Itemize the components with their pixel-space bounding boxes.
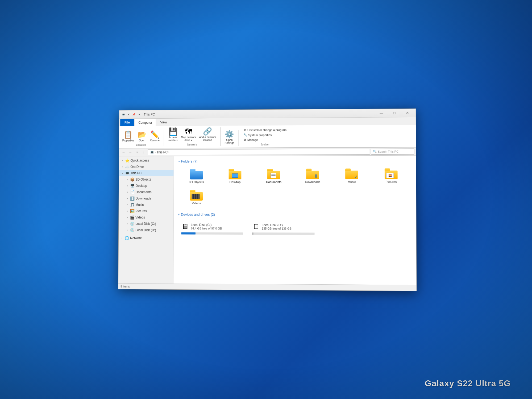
status-text: 9 items	[120, 285, 130, 288]
this-pc-label: This PC	[130, 171, 142, 175]
crumb-icon: 💻	[150, 150, 154, 154]
back-button[interactable]: ←	[121, 149, 127, 155]
ribbon-rename-button[interactable]: ✏️ Rename	[149, 130, 161, 142]
ribbon-group-system: 🖥 Uninstall or change a program 🔧 System…	[242, 128, 291, 146]
tab-computer[interactable]: Computer	[135, 119, 156, 126]
sidebar-item-music[interactable]: › 🎵 Music	[119, 202, 174, 208]
drive-item-d[interactable]: 🖥 Local Disk (D:) 135 GB free of 135 GB	[249, 220, 318, 237]
open-icon: 📂	[138, 131, 147, 139]
3d-objects-icon: 📦	[130, 177, 135, 182]
drive-d-name: Local Disk (D:)	[262, 223, 315, 227]
quick-access-arrow: ›	[121, 159, 124, 162]
disk-c-icon: 💿	[130, 222, 134, 226]
drive-c-icon: 🖥	[181, 222, 189, 231]
search-box[interactable]: 🔍 Search This PC	[371, 148, 414, 155]
recent-locations-button[interactable]: ▾	[134, 149, 140, 155]
maximize-button[interactable]: □	[388, 110, 401, 116]
uninstall-icon: 🖥	[243, 128, 246, 132]
sidebar: › ⭐ Quick access › ☁️ OneDrive ∨ 💻 This …	[118, 156, 174, 284]
system-props-label: System properties	[248, 133, 272, 136]
properties-label: Properties	[122, 139, 134, 142]
sidebar-item-desktop[interactable]: › 🖥️ Desktop	[119, 182, 174, 189]
ribbon-group-network: 💾 Accessmedia ▾ 🗺 Map networkdrive ▾ 🔗 A…	[167, 127, 221, 146]
sidebar-item-videos[interactable]: › 🎬 Videos	[119, 214, 173, 221]
ribbon-properties-button[interactable]: 📋 Properties	[121, 131, 135, 143]
sidebar-item-quick-access[interactable]: › ⭐ Quick access	[119, 157, 173, 164]
map-drive-label: Map networkdrive ▾	[181, 136, 196, 142]
downloads-arrow: ›	[126, 197, 129, 200]
ribbon-open-settings-button[interactable]: ⚙️ OpenSettings	[224, 130, 235, 145]
drive-c-progress-bar	[181, 232, 243, 235]
sidebar-item-onedrive[interactable]: › ☁️ OneDrive	[119, 164, 173, 170]
ribbon-location-items: 📋 Properties 📂 Open ✏️ Rename	[121, 130, 161, 142]
drive-c-info: Local Disk (C:) 74.4 GB free of 97.0 GB	[191, 223, 243, 230]
network-group-label: Network	[167, 143, 217, 146]
minimize-button[interactable]: —	[375, 110, 388, 116]
folder-item-desktop[interactable]: Desktop	[217, 166, 253, 186]
window-icon: 💻	[121, 113, 126, 117]
properties-icon: 📋	[124, 131, 133, 139]
disk-d-icon: 💿	[130, 228, 134, 232]
3d-objects-label: 3D Objects	[136, 178, 151, 181]
drive-c-free: 74.4 GB free of 97.0 GB	[191, 227, 243, 230]
3d-objects-arrow: ›	[126, 178, 129, 181]
sidebar-item-documents[interactable]: › 📄 Documents	[119, 189, 174, 195]
watermark: Galaxy S22 Ultra 5G	[425, 379, 511, 388]
rename-icon: ✏️	[150, 131, 160, 138]
desktop-item-label: Desktop	[229, 180, 240, 184]
desktop-arrow: ›	[126, 185, 129, 187]
ribbon-open-button[interactable]: 📂 Open	[136, 131, 148, 143]
folder-item-music[interactable]: ♪ Music	[333, 166, 371, 186]
drives-arrow: ∨	[178, 213, 180, 216]
sidebar-item-local-disk-d[interactable]: › 💿 Local Disk (D:)	[119, 227, 173, 233]
folders-section-label: Folders (7)	[181, 159, 197, 163]
sidebar-item-downloads[interactable]: › ⬇️ Downloads	[119, 195, 174, 202]
ribbon-system-props-button[interactable]: 🔧 System properties	[242, 132, 288, 137]
folder-item-videos[interactable]: Videos	[178, 188, 215, 207]
ribbon-group-location: 📋 Properties 📂 Open ✏️ Rename Location	[121, 130, 164, 146]
onedrive-arrow: ›	[121, 165, 124, 168]
pin-icon: 📌	[132, 112, 136, 117]
check-icon: ✔	[127, 112, 131, 117]
tab-view[interactable]: View	[157, 119, 171, 126]
folder-item-3d-objects[interactable]: 3D Objects	[178, 167, 215, 186]
disk-c-arrow: ›	[126, 222, 129, 225]
tab-file[interactable]: File	[120, 119, 134, 126]
ribbon-map-drive-button[interactable]: 🗺 Map networkdrive ▾	[180, 127, 197, 142]
folder-item-documents[interactable]: Documents	[255, 166, 292, 186]
folder-item-downloads[interactable]: ⬇ Downloads	[294, 166, 331, 186]
ribbon-manage-button[interactable]: 🖥 Manage	[242, 138, 288, 142]
rename-label: Rename	[150, 139, 160, 142]
drive-item-c[interactable]: 🖥 Local Disk (C:) 74.4 GB free of 97.0 G…	[178, 220, 247, 237]
drives-section-header: ∨ Devices and drives (2)	[178, 213, 412, 217]
documents-arrow: ›	[126, 191, 129, 193]
disk-d-label: Local Disk (D:)	[135, 228, 156, 232]
title-bar-icons: 💻 ✔ 📌 ▾	[121, 112, 141, 117]
ribbon-access-media-button[interactable]: 💾 Accessmedia ▾	[167, 127, 179, 142]
up-button[interactable]: ↑	[141, 149, 147, 155]
sidebar-item-network[interactable]: › 🌐 Network	[119, 235, 173, 241]
manage-icon: 🖥	[243, 138, 246, 142]
ribbon-uninstall-button[interactable]: 🖥 Uninstall or change a program	[242, 128, 288, 132]
music-arrow: ›	[126, 203, 129, 206]
address-path[interactable]: 💻 › This PC ›	[148, 149, 370, 155]
ribbon-add-location-button[interactable]: 🔗 Add a networklocation	[198, 127, 217, 142]
music-folder-icon: ♪	[345, 168, 358, 179]
forward-button[interactable]: →	[127, 149, 133, 155]
sidebar-item-local-disk-c[interactable]: › 💿 Local Disk (C:)	[119, 221, 173, 227]
downloads-folder-icon: ⬇	[306, 169, 319, 179]
window-title: This PC	[144, 111, 373, 116]
system-items-col: 🖥 Uninstall or change a program 🔧 System…	[242, 128, 288, 142]
pictures-icon: 🖼️	[130, 209, 135, 213]
folder-item-pictures[interactable]: 🌄 Pictures	[372, 166, 410, 186]
map-drive-icon: 🗺	[185, 128, 192, 135]
sidebar-item-pictures[interactable]: › 🖼️ Pictures	[119, 208, 173, 214]
documents-item-label: Documents	[266, 180, 281, 184]
this-pc-icon: 💻	[125, 171, 130, 175]
desktop-icon: 🖥️	[130, 184, 135, 188]
sidebar-item-3d-objects[interactable]: › 📦 3D Objects	[119, 176, 174, 183]
breadcrumb: 💻 › This PC ›	[150, 150, 169, 154]
sidebar-item-this-pc[interactable]: ∨ 💻 This PC	[119, 170, 174, 176]
close-button[interactable]: ✕	[401, 110, 414, 116]
desktop-label: Desktop	[136, 184, 147, 188]
